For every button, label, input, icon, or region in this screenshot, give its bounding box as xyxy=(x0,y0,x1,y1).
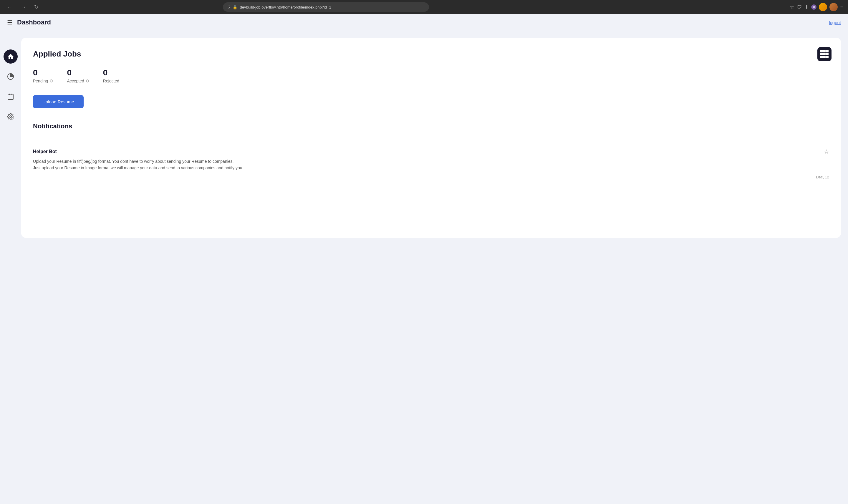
lock-icon: 🔒 xyxy=(233,5,237,10)
notification-body: Upload your Resume in tiff/jpeg/jpg form… xyxy=(33,158,829,171)
notification-header: Helper Bot ☆ xyxy=(33,148,829,155)
forward-button[interactable]: → xyxy=(18,3,28,12)
sidebar-item-analytics[interactable] xyxy=(3,70,18,84)
sidebar xyxy=(0,14,21,504)
notification-sender: Helper Bot xyxy=(33,149,57,154)
stat-pending: 0 Pending xyxy=(33,68,53,83)
accepted-count: 0 xyxy=(67,68,89,77)
content-card: Applied Jobs 0 Pending 0 Accepted xyxy=(21,38,841,238)
sidebar-item-calendar[interactable] xyxy=(3,90,18,104)
sidebar-item-settings[interactable] xyxy=(3,109,18,124)
accepted-label-row: Accepted xyxy=(67,78,89,83)
notification-star-button[interactable]: ☆ xyxy=(824,148,829,155)
notification-body-line2: Just upload your Resume in Image format … xyxy=(33,165,243,170)
svg-rect-1 xyxy=(8,94,13,100)
accepted-dot xyxy=(86,79,89,83)
shield-icon: 🛡 xyxy=(227,5,230,10)
url-text: devbuild-job.overflow.htb/home/profile/i… xyxy=(240,5,331,10)
pending-label-row: Pending xyxy=(33,78,53,83)
accepted-label: Accepted xyxy=(67,78,84,83)
reload-button[interactable]: ↻ xyxy=(32,3,41,12)
stats-row: 0 Pending 0 Accepted 0 xyxy=(33,68,829,83)
notification-badge[interactable]: 8 xyxy=(811,4,816,10)
hamburger-menu-button[interactable]: ☰ xyxy=(7,19,12,26)
notification-divider xyxy=(33,136,829,136)
rejected-label: Rejected xyxy=(103,78,119,83)
shield-action-icon[interactable]: 🛡 xyxy=(797,4,802,10)
notification-body-line1: Upload your Resume in tiff/jpeg/jpg form… xyxy=(33,159,234,164)
sidebar-item-home[interactable] xyxy=(3,50,18,64)
star-icon[interactable]: ☆ xyxy=(790,4,794,10)
main-content: Applied Jobs 0 Pending 0 Accepted xyxy=(21,14,848,504)
app-title: Dashboard xyxy=(17,19,51,26)
upload-resume-button[interactable]: Upload Resume xyxy=(33,95,84,108)
browser-chrome: ← → ↻ 🛡 🔒 devbuild-job.overflow.htb/home… xyxy=(0,0,848,14)
address-bar[interactable]: 🛡 🔒 devbuild-job.overflow.htb/home/profi… xyxy=(223,2,429,12)
rejected-label-row: Rejected xyxy=(103,78,119,83)
notifications-title: Notifications xyxy=(33,123,829,130)
browser-menu-button[interactable]: ≡ xyxy=(840,4,843,10)
app-layout: Applied Jobs 0 Pending 0 Accepted xyxy=(0,14,848,504)
avatar-2[interactable] xyxy=(829,3,838,11)
browser-actions: ☆ 🛡 ⬇ 8 ≡ xyxy=(790,3,843,11)
grid-view-button[interactable] xyxy=(817,47,831,61)
notification-date: Dec, 12 xyxy=(33,175,829,179)
notification-item: Helper Bot ☆ Upload your Resume in tiff/… xyxy=(33,143,829,184)
stat-rejected: 0 Rejected xyxy=(103,68,119,83)
stat-accepted: 0 Accepted xyxy=(67,68,89,83)
grid-icon xyxy=(820,50,829,58)
pending-label: Pending xyxy=(33,78,48,83)
avatar-1[interactable] xyxy=(819,3,827,11)
rejected-count: 0 xyxy=(103,68,119,77)
download-icon[interactable]: ⬇ xyxy=(805,4,809,10)
logout-button[interactable]: logout xyxy=(829,20,841,25)
pending-dot xyxy=(50,79,53,83)
svg-point-5 xyxy=(10,116,12,118)
pending-count: 0 xyxy=(33,68,53,77)
applied-jobs-title: Applied Jobs xyxy=(33,50,829,58)
top-bar: ☰ Dashboard logout xyxy=(0,14,848,31)
back-button[interactable]: ← xyxy=(5,3,15,12)
